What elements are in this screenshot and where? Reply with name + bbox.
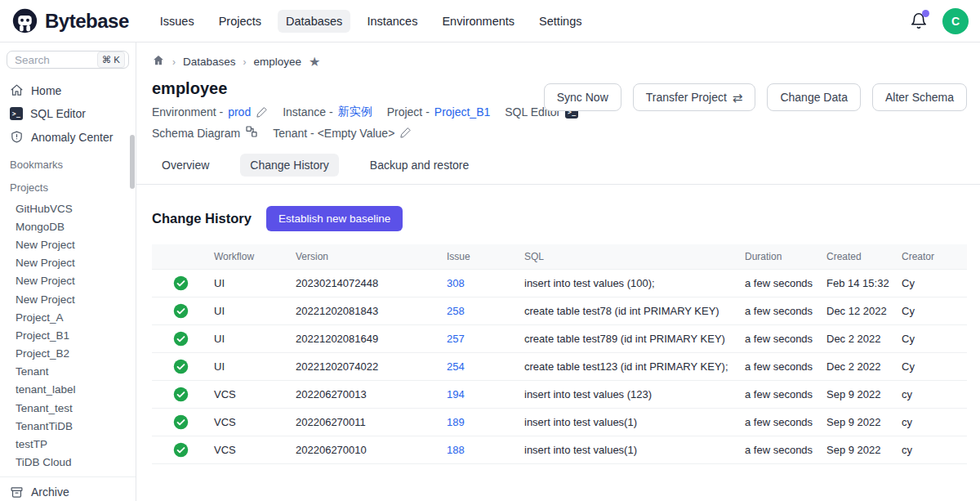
notification-badge [922,10,929,17]
meta-instance: Instance - 新实例 [283,105,372,119]
bell-icon [910,19,928,33]
nav-item-databases[interactable]: Databases [278,10,350,33]
cell-sql: insert into test values(1) [519,436,740,464]
project-item[interactable]: TenantTiDB [0,417,136,435]
issue-link[interactable]: 188 [447,444,465,456]
breadcrumb-home-icon[interactable] [152,54,165,69]
alter-schema-button[interactable]: Alter Schema [872,83,967,111]
cell-creator: cy [897,436,967,464]
cell-creator: cy [897,409,967,436]
project-list: GitHubVCSMongoDBNew ProjectNew ProjectNe… [0,199,136,472]
table-row[interactable]: VCS202206270013194insert into test value… [152,381,967,409]
project-item[interactable]: GitHubVCS [0,199,136,217]
table-row[interactable]: VCS202206270011189insert into test value… [152,409,967,436]
notifications-button[interactable] [910,12,928,30]
cell-issue[interactable]: 254 [442,353,519,381]
cell-issue[interactable]: 188 [442,436,519,464]
table-row[interactable]: UI20221202074022254create table test123 … [152,353,967,381]
cell-issue[interactable]: 189 [442,409,519,436]
nav-item-settings[interactable]: Settings [531,10,590,33]
project-item[interactable]: Project_A [0,308,136,326]
establish-baseline-button[interactable]: Establish new baseline [266,206,403,231]
cell-issue[interactable]: 258 [442,297,519,325]
project-item[interactable]: Project_B2 [0,345,136,363]
cell-issue[interactable]: 257 [442,325,519,353]
bytebase-logo[interactable]: Bytebase [11,7,129,34]
project-item[interactable]: tenant_label [0,381,136,399]
sidebar-scrollbar[interactable] [130,135,135,189]
issue-link[interactable]: 254 [447,360,465,373]
project-item[interactable]: TiDB Cloud [0,454,136,472]
cell-issue[interactable]: 194 [442,381,519,409]
project-item[interactable]: MongoDB [0,217,136,235]
sidebar-item-home[interactable]: Home [7,80,129,101]
search-box[interactable]: ⌘ K [7,51,129,69]
cell-created: Sep 9 2022 [822,381,897,409]
column-header-sql: SQL [519,244,740,270]
project-link[interactable]: Project_B1 [434,105,490,119]
sidebar-item-archive[interactable]: Archive [7,482,129,501]
change-data-button[interactable]: Change Data [767,83,861,111]
issue-link[interactable]: 189 [447,416,465,428]
sql-editor-icon: >_ [10,107,23,120]
tab-overview[interactable]: Overview [152,154,219,177]
cell-created: Sep 9 2022 [822,436,897,464]
cell-issue[interactable]: 308 [442,270,519,297]
favorite-star-icon[interactable]: ★ [309,56,320,69]
nav-item-issues[interactable]: Issues [152,10,203,33]
edit-environment-icon[interactable] [256,106,268,119]
environment-link[interactable]: prod [228,105,251,119]
cell-version: 20221202081843 [291,297,442,325]
project-item[interactable]: Tenant_test [0,399,136,417]
nav-item-projects[interactable]: Projects [211,10,270,33]
cell-created: Dec 2 2022 [822,325,897,353]
project-item[interactable]: New Project [0,290,136,308]
user-avatar[interactable]: C [942,8,969,34]
table-row[interactable]: UI20230214072448308insert into test valu… [152,270,967,297]
nav-item-instances[interactable]: Instances [359,10,425,33]
nav-item-environments[interactable]: Environments [434,10,523,33]
success-check-icon [173,304,189,316]
navbar-right: C [910,8,969,34]
project-item[interactable]: New Project [0,254,136,272]
cell-duration: a few seconds [740,409,822,436]
tab-change-history[interactable]: Change History [240,154,339,177]
edit-tenant-icon[interactable] [399,127,412,139]
table-row[interactable]: UI20221202081649257create table test789 … [152,325,967,353]
cell-sql: create table test78 (id int PRIMARY KEY) [519,297,740,325]
cell-creator: Cy [897,270,967,297]
issue-link[interactable]: 308 [447,277,465,289]
cell-version: 202206270010 [291,436,442,464]
home-icon [10,83,24,97]
sync-now-button[interactable]: Sync Now [544,83,621,111]
project-item[interactable]: Project_B1 [0,326,136,344]
search-input[interactable] [15,54,97,66]
transfer-project-button[interactable]: Transfer Project ⇄ [633,83,756,111]
table-row[interactable]: VCS202206270010188insert into test value… [152,436,967,464]
tenant-label: Tenant - <Empty Value> [273,127,394,140]
meta-environment: Environment - prod [152,105,268,119]
tab-backup-and-restore[interactable]: Backup and restore [360,154,479,177]
archive-icon [10,485,24,499]
project-item[interactable]: New Project [0,272,136,290]
cell-created: Dec 2 2022 [822,353,897,381]
project-label: Project - [387,105,430,119]
issue-link[interactable]: 258 [447,305,465,317]
project-item[interactable]: testTP [0,435,136,453]
table-row[interactable]: UI20221202081843258create table test78 (… [152,297,967,325]
meta-schema-diagram[interactable]: Schema Diagram [152,125,258,141]
projects-section-label: Projects [0,181,136,194]
sidebar-item-anomaly-center[interactable]: Anomaly Center [7,127,129,147]
project-item[interactable]: New Project [0,235,136,253]
cell-creator: Cy [897,353,967,381]
search-shortcut-badge: ⌘ K [97,51,125,68]
chevron-right-icon: › [172,56,176,68]
project-item[interactable]: Tenant [0,363,136,381]
sidebar-item-sql-editor[interactable]: >_SQL Editor [7,104,129,123]
cell-version: 202206270011 [291,409,442,436]
instance-link[interactable]: 新实例 [338,105,372,119]
cell-status [152,381,209,409]
issue-link[interactable]: 194 [447,388,465,400]
breadcrumb-databases[interactable]: Databases [183,56,236,68]
issue-link[interactable]: 257 [447,333,465,345]
